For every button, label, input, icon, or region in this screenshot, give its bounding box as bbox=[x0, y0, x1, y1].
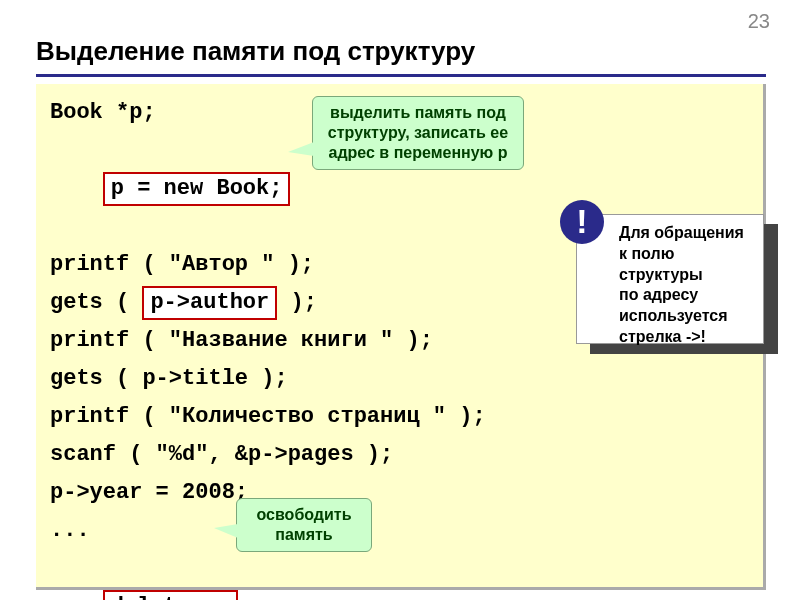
page-title: Выделение памяти под структуру bbox=[36, 36, 475, 67]
callout-text: память bbox=[247, 525, 361, 545]
page-number: 23 bbox=[748, 10, 770, 33]
callout-text: структуру, записать ее bbox=[323, 123, 513, 143]
callout-text: адрес в переменную p bbox=[323, 143, 513, 163]
callout-tail bbox=[288, 142, 314, 156]
callout-tail bbox=[214, 524, 238, 538]
code-line: p->year = 2008; bbox=[50, 474, 749, 512]
note-text: к полю структуры bbox=[619, 244, 753, 286]
note-text: стрелка ->! bbox=[619, 327, 753, 348]
code-line: printf ( "Количество страниц " ); bbox=[50, 398, 749, 436]
code-line: scanf ( "%d", &p->pages ); bbox=[50, 436, 749, 474]
highlight-p-author: p->author bbox=[142, 286, 277, 320]
note-text: используется bbox=[619, 306, 753, 327]
exclamation-icon: ! bbox=[560, 200, 604, 244]
callout-text: освободить bbox=[247, 505, 361, 525]
code-line: gets ( p->title ); bbox=[50, 360, 749, 398]
highlight-delete: delete p; bbox=[103, 590, 238, 600]
code-line: delete p; bbox=[50, 550, 749, 600]
note-text: по адресу bbox=[619, 285, 753, 306]
highlight-new-book: p = new Book; bbox=[103, 172, 291, 206]
callout-allocate: выделить память под структуру, записать … bbox=[312, 96, 524, 170]
callout-free: освободить память bbox=[236, 498, 372, 552]
code-line: ... bbox=[50, 512, 749, 550]
note-text: Для обращения bbox=[619, 223, 753, 244]
code-text: ); bbox=[277, 290, 317, 315]
callout-text: выделить память под bbox=[323, 103, 513, 123]
title-underline bbox=[36, 74, 766, 77]
note-arrow-operator: Для обращения к полю структуры по адресу… bbox=[576, 214, 764, 344]
code-text: gets ( bbox=[50, 290, 142, 315]
